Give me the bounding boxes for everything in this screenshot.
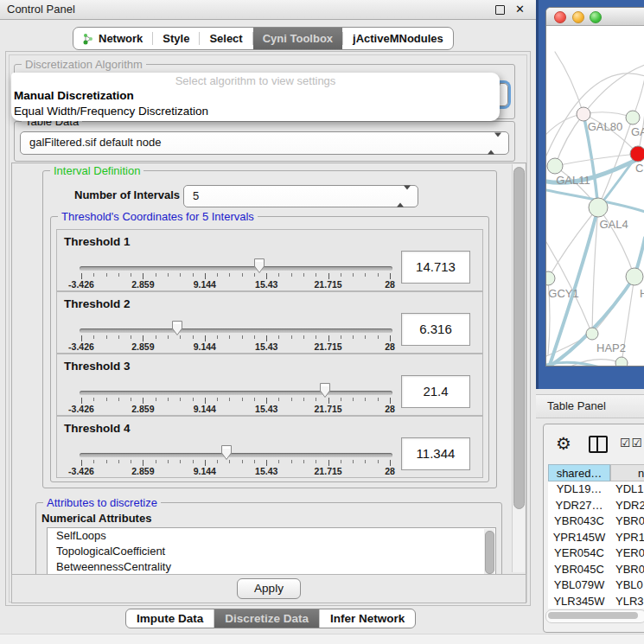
table-cell[interactable]: YBL079W: [548, 577, 610, 594]
tab-discretize-data[interactable]: Discretize Data: [214, 609, 319, 628]
attribute-list-item[interactable]: BetweennessCentrality: [48, 559, 495, 575]
slider-tick: [193, 273, 194, 277]
table-row[interactable]: YBL079WYBL0: [548, 577, 644, 594]
attribute-listbox[interactable]: SelfLoopsTopologicalCoefficientBetweenne…: [47, 527, 496, 576]
threshold-value-field[interactable]: 6.316: [401, 313, 470, 346]
tab-jactivemnodules[interactable]: jActiveMNodules: [343, 28, 453, 49]
threshold-value-field[interactable]: 21.4: [401, 375, 470, 408]
attribute-list-item[interactable]: SelfLoops: [48, 528, 495, 544]
table-row[interactable]: YBR043CYBR0: [548, 513, 644, 530]
status-strip: [0, 634, 644, 644]
table-cell[interactable]: YBR043C: [548, 513, 610, 530]
slider-tick: [106, 335, 107, 339]
threshold-label: Threshold 4: [64, 422, 131, 435]
slider-tick: [118, 460, 119, 463]
slider-track[interactable]: [80, 328, 392, 333]
network-node[interactable]: [615, 357, 628, 366]
tab-select[interactable]: Select: [200, 28, 252, 49]
stepper-icon[interactable]: [397, 190, 411, 203]
tab-cyni-toolbox[interactable]: Cyni Toolbox: [253, 28, 342, 49]
scrollbar-thumb[interactable]: [485, 531, 494, 574]
apply-button[interactable]: Apply: [237, 578, 301, 599]
table-body[interactable]: YDL19…YDL1YDR27…YDR2YBR043CYBR0YPR145WYP…: [548, 481, 644, 609]
zoom-traffic-light-icon[interactable]: [590, 11, 602, 23]
table-cell[interactable]: YLR3: [610, 594, 644, 609]
slider-tick: [205, 398, 206, 404]
table-cell[interactable]: YER054C: [548, 545, 610, 562]
network-node-hap2[interactable]: [586, 328, 598, 340]
network-canvas[interactable]: GAL80GACGAL11GAL4GCY1HHAP2: [546, 26, 644, 366]
select-columns-icon[interactable]: ☑☑: [620, 436, 643, 450]
table-cell[interactable]: YDL1: [610, 481, 644, 498]
table-cell[interactable]: YPR145W: [548, 530, 610, 546]
slider-track[interactable]: [80, 453, 392, 457]
tab-infer-network[interactable]: Infer Network: [320, 609, 415, 628]
table-horizontal-scrollbar[interactable]: [545, 609, 644, 623]
slider-tick: [106, 398, 107, 401]
network-edge: [555, 114, 583, 166]
network-edge: [583, 112, 633, 118]
threshold-value-field[interactable]: 14.713: [401, 251, 470, 284]
gear-icon[interactable]: ⚙: [556, 432, 571, 455]
network-node-h[interactable]: [626, 268, 643, 285]
attribute-list-item[interactable]: TopologicalCoefficient: [48, 544, 495, 559]
stepper-icon[interactable]: [488, 137, 501, 150]
slider-tick: [156, 398, 156, 401]
slider-track[interactable]: [80, 391, 392, 395]
vertical-scrollbar[interactable]: [512, 164, 525, 572]
table-row[interactable]: YPR145WYPR1: [548, 530, 644, 546]
close-traffic-light-icon[interactable]: [554, 11, 566, 23]
slider-tick: [390, 398, 391, 404]
split-columns-icon[interactable]: [589, 436, 608, 453]
minimize-traffic-light-icon[interactable]: [572, 11, 584, 23]
scrollbar-thumb[interactable]: [513, 167, 525, 509]
slider-thumb[interactable]: [253, 258, 265, 274]
table-row[interactable]: YDR27…YDR2: [548, 498, 644, 514]
tab-network[interactable]: Network: [73, 28, 152, 49]
slider-thumb[interactable]: [319, 382, 331, 399]
algorithm-option-manual-discretization[interactable]: Manual Discretization: [11, 88, 500, 104]
network-node-gal80[interactable]: [577, 107, 590, 121]
table-row[interactable]: YBR045CYBR0: [548, 562, 644, 578]
node-label: GCY1: [548, 287, 578, 300]
slider-tick: [205, 273, 206, 279]
float-window-icon[interactable]: [495, 5, 505, 15]
table-header-cell[interactable]: shared…: [548, 464, 610, 481]
table-row[interactable]: YDL19…YDL1: [548, 481, 644, 498]
network-window[interactable]: GAL80GACGAL11GAL4GCY1HHAP2: [545, 7, 644, 367]
slider-tick-label: 9.144: [194, 341, 216, 352]
table-cell[interactable]: YER0: [610, 545, 644, 562]
network-node-gcy1[interactable]: [546, 271, 555, 285]
slider-tick: [353, 335, 354, 339]
table-cell[interactable]: YBR0: [610, 513, 644, 530]
table-cell[interactable]: YPR1: [610, 530, 644, 546]
number-of-intervals-combobox[interactable]: 5: [183, 185, 418, 207]
list-vertical-scrollbar[interactable]: [484, 529, 494, 576]
tab-impute-data[interactable]: Impute Data: [126, 609, 214, 628]
network-window-titlebar[interactable]: [546, 8, 644, 26]
threshold-value-field[interactable]: 11.344: [401, 437, 470, 470]
table-data-combobox[interactable]: galFiltered.sif default node: [20, 131, 509, 155]
slider-track[interactable]: [80, 266, 392, 271]
table-row[interactable]: YLR345WYLR3: [548, 594, 644, 609]
table-cell[interactable]: YDR2: [610, 498, 644, 514]
slider-thumb[interactable]: [171, 320, 183, 336]
network-graph[interactable]: GAL80GACGAL11GAL4GCY1HHAP2: [546, 26, 644, 366]
table-cell[interactable]: YBL0: [610, 577, 644, 594]
table-cell[interactable]: YDR27…: [548, 498, 610, 514]
network-node-ga[interactable]: [626, 111, 640, 124]
table-cell[interactable]: YBR0: [610, 562, 644, 578]
slider-thumb[interactable]: [220, 444, 233, 461]
scrollbar-thumb[interactable]: [548, 612, 638, 619]
table-header-cell[interactable]: n: [610, 464, 644, 481]
close-icon[interactable]: ✕: [515, 0, 525, 19]
network-node-gal11[interactable]: [547, 158, 563, 174]
network-node-c[interactable]: [630, 146, 644, 162]
network-node-gal4[interactable]: [589, 198, 608, 217]
table-cell[interactable]: YDL19…: [548, 481, 610, 498]
table-row[interactable]: YER054CYER0: [548, 545, 644, 562]
table-cell[interactable]: YBR045C: [548, 562, 610, 578]
tab-style[interactable]: Style: [153, 28, 199, 49]
algorithm-option-equal-width-frequency-discretization[interactable]: Equal Width/Frequency Discretization: [11, 104, 500, 119]
table-cell[interactable]: YLR345W: [548, 594, 610, 609]
